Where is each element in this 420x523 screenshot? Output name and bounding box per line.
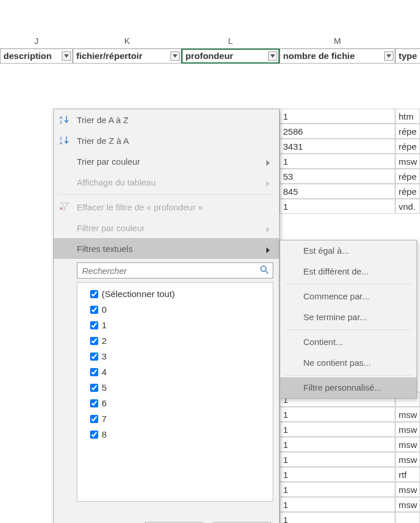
col-letter-m[interactable]: M bbox=[280, 34, 395, 48]
check-item[interactable]: 0 bbox=[81, 302, 269, 317]
col-letter-n[interactable] bbox=[395, 34, 420, 48]
menu-sort-za[interactable]: ZA Trier de Z à A bbox=[54, 130, 279, 151]
cell[interactable]: vnd. bbox=[395, 199, 420, 214]
filter-button-nombre[interactable] bbox=[384, 51, 393, 61]
submenu-contains[interactable]: Contient... bbox=[280, 332, 417, 353]
cell[interactable]: 1 bbox=[280, 452, 395, 467]
column-n-upper: htm répe répe msw répe répe vnd. bbox=[395, 109, 420, 214]
submenu-not-contains[interactable]: Ne contient pas... bbox=[280, 353, 417, 373]
check-item[interactable]: 8 bbox=[81, 426, 269, 442]
check-item[interactable]: 7 bbox=[81, 411, 269, 426]
check-item[interactable]: 5 bbox=[81, 380, 269, 395]
check-item[interactable]: 6 bbox=[81, 395, 269, 411]
cell[interactable]: 1 bbox=[280, 199, 395, 214]
separator bbox=[285, 375, 412, 376]
search-box[interactable] bbox=[77, 262, 273, 279]
checkbox[interactable] bbox=[90, 337, 98, 345]
checkbox[interactable] bbox=[90, 290, 98, 298]
menu-sort-az[interactable]: AZ Trier de A à Z bbox=[54, 109, 279, 130]
check-label: 3 bbox=[102, 351, 107, 362]
check-label: 2 bbox=[102, 336, 107, 346]
menu-view-table: Affichage du tableau bbox=[54, 172, 279, 192]
menu-label: Effacer le filtre de « profondeur » bbox=[77, 202, 203, 212]
checkbox[interactable] bbox=[90, 368, 98, 376]
cell[interactable]: msw bbox=[395, 154, 420, 169]
submenu-custom[interactable]: Filtre personnalisé... bbox=[280, 377, 417, 398]
checkbox[interactable] bbox=[90, 353, 98, 361]
cell[interactable]: msw bbox=[395, 422, 420, 437]
cell[interactable] bbox=[395, 512, 420, 523]
menu-label: Filtrer par couleur bbox=[77, 223, 145, 233]
column-m-upper: 1 2586 3431 1 53 845 1 bbox=[280, 109, 395, 214]
menu-clear-filter: Effacer le filtre de « profondeur » bbox=[54, 196, 279, 217]
submenu-not-equals[interactable]: Est différent de... bbox=[280, 261, 417, 282]
submenu-begins[interactable]: Commence par... bbox=[280, 286, 417, 307]
column-m-lower: 1 1 1 1 1 1 1 1 1 bbox=[280, 392, 395, 523]
chevron-right-icon bbox=[266, 224, 271, 234]
menu-label: Trier par couleur bbox=[77, 157, 140, 166]
check-label: 8 bbox=[102, 429, 107, 440]
cell[interactable]: répe bbox=[395, 139, 420, 154]
cell[interactable]: répe bbox=[395, 124, 420, 139]
check-item[interactable]: 3 bbox=[81, 348, 269, 364]
cell[interactable]: 1 bbox=[280, 482, 395, 497]
cell[interactable]: rtf bbox=[395, 467, 420, 482]
cell[interactable]: 1 bbox=[280, 467, 395, 482]
cell[interactable]: 53 bbox=[280, 169, 395, 184]
text-filters-submenu: Est égal à... Est différent de... Commen… bbox=[280, 240, 417, 399]
search-input[interactable] bbox=[81, 265, 260, 276]
column-n-lower: msw msw msw msw rtf msw msw bbox=[395, 392, 420, 523]
cell[interactable]: 1 bbox=[280, 437, 395, 452]
menu-label: Affichage du tableau bbox=[77, 177, 156, 187]
menu-label: Trier de A à Z bbox=[77, 115, 128, 125]
check-label: 6 bbox=[102, 398, 107, 409]
cell[interactable]: msw bbox=[395, 407, 420, 422]
col-letter-j[interactable]: J bbox=[0, 34, 73, 48]
cell[interactable]: 1 bbox=[280, 154, 395, 169]
chevron-right-icon bbox=[266, 158, 271, 168]
col-letter-k[interactable]: K bbox=[73, 34, 181, 48]
menu-text-filters[interactable]: Filtres textuels bbox=[54, 238, 279, 259]
filter-checklist[interactable]: (Sélectionner tout) 0 1 2 3 4 5 6 7 8 bbox=[77, 282, 273, 502]
cell[interactable]: 1 bbox=[280, 422, 395, 437]
filter-button-profondeur[interactable] bbox=[268, 51, 277, 61]
check-item[interactable]: 2 bbox=[81, 333, 269, 348]
header-label: nombre de fichie bbox=[283, 51, 355, 61]
cell[interactable]: 1 bbox=[280, 109, 395, 124]
header-profondeur[interactable]: profondeur bbox=[181, 49, 280, 64]
checkbox[interactable] bbox=[90, 415, 98, 423]
col-letter-l[interactable]: L bbox=[181, 34, 280, 48]
cell[interactable]: 1 bbox=[280, 497, 395, 512]
checkbox[interactable] bbox=[90, 321, 98, 329]
menu-sort-color[interactable]: Trier par couleur bbox=[54, 151, 279, 172]
checkbox[interactable] bbox=[90, 399, 98, 407]
checkbox[interactable] bbox=[90, 306, 98, 314]
filter-button-fichier[interactable] bbox=[170, 51, 180, 61]
header-fichier[interactable]: fichier/répertoir bbox=[73, 49, 181, 64]
cell[interactable]: msw bbox=[395, 437, 420, 452]
submenu-equals[interactable]: Est égal à... bbox=[280, 240, 417, 261]
autofilter-menu: AZ Trier de A à Z ZA Trier de Z à A Trie… bbox=[53, 109, 280, 523]
cell[interactable]: msw bbox=[395, 482, 420, 497]
submenu-ends[interactable]: Se termine par... bbox=[280, 307, 417, 328]
cell[interactable]: 1 bbox=[280, 407, 395, 422]
cell[interactable]: répe bbox=[395, 169, 420, 184]
check-item[interactable]: 1 bbox=[81, 317, 269, 333]
check-item[interactable]: 4 bbox=[81, 364, 269, 380]
checkbox[interactable] bbox=[90, 384, 98, 392]
cell[interactable]: 3431 bbox=[280, 139, 395, 154]
cell[interactable]: répe bbox=[395, 184, 420, 199]
search-icon bbox=[260, 265, 269, 276]
filter-button-description[interactable] bbox=[62, 51, 71, 61]
cell[interactable]: htm bbox=[395, 109, 420, 124]
cell[interactable]: msw bbox=[395, 497, 420, 512]
cell[interactable]: 1 bbox=[280, 512, 395, 523]
check-select-all[interactable]: (Sélectionner tout) bbox=[81, 286, 269, 302]
cell[interactable]: 845 bbox=[280, 184, 395, 199]
header-description[interactable]: description bbox=[0, 49, 73, 64]
checkbox[interactable] bbox=[90, 431, 98, 439]
cell[interactable]: msw bbox=[395, 452, 420, 467]
header-type[interactable]: type bbox=[395, 49, 420, 64]
cell[interactable]: 2586 bbox=[280, 124, 395, 139]
header-nombre[interactable]: nombre de fichie bbox=[280, 49, 395, 64]
